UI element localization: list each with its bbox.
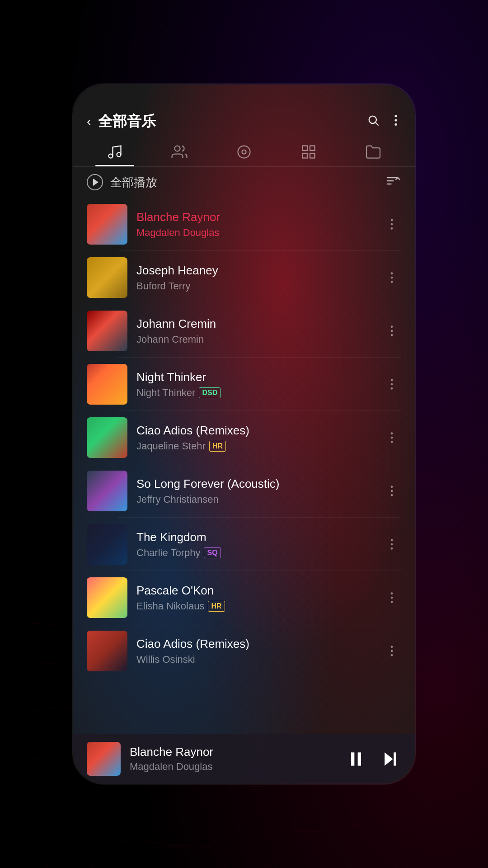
- play-all-bar: 全部播放: [73, 167, 415, 198]
- svg-point-20: [391, 272, 393, 274]
- list-item[interactable]: Johann Cremin Johann Cremin: [73, 304, 415, 358]
- song-title: Johann Cremin: [136, 317, 373, 331]
- phone-screen: ‹ 全部音乐: [73, 85, 415, 783]
- list-item[interactable]: Blanche Raynor Magdalen Douglas: [73, 198, 415, 251]
- page-title: 全部音乐: [98, 112, 367, 132]
- svg-point-31: [391, 441, 393, 443]
- header: ‹ 全部音乐: [73, 107, 415, 138]
- list-item[interactable]: Ciao Adios (Remixes) Willis Osinski: [73, 624, 415, 678]
- song-title: Ciao Adios (Remixes): [136, 424, 373, 438]
- svg-point-28: [391, 387, 393, 390]
- svg-point-29: [391, 432, 393, 434]
- header-icons: [367, 114, 401, 130]
- list-item[interactable]: Joseph Heaney Buford Terry: [73, 251, 415, 304]
- quality-badge: DSD: [199, 387, 221, 398]
- song-thumbnail: [87, 577, 127, 618]
- svg-point-5: [108, 154, 113, 158]
- svg-point-34: [391, 494, 393, 496]
- song-artist: Magdalen Douglas: [136, 227, 373, 239]
- pause-button[interactable]: [346, 749, 366, 769]
- song-info: Johann Cremin Johann Cremin: [136, 317, 373, 345]
- overflow-menu-button[interactable]: [390, 114, 401, 130]
- tab-artists[interactable]: [147, 138, 211, 166]
- now-playing-bar[interactable]: Blanche Raynor Magdalen Douglas: [73, 734, 415, 783]
- song-thumbnail: [87, 364, 127, 405]
- phone-device: ‹ 全部音乐: [72, 84, 416, 784]
- song-artist: Buford Terry: [136, 280, 373, 292]
- song-more-button[interactable]: [382, 640, 401, 662]
- svg-point-36: [391, 543, 393, 546]
- svg-point-35: [391, 539, 393, 541]
- song-more-button[interactable]: [382, 213, 401, 235]
- play-all-label: 全部播放: [110, 175, 386, 190]
- play-all-button[interactable]: [87, 174, 103, 190]
- song-more-button[interactable]: [382, 320, 401, 342]
- list-item[interactable]: The Kingdom Charlie Torphy SQ: [73, 518, 415, 571]
- tab-songs[interactable]: [82, 138, 147, 166]
- svg-line-1: [375, 123, 378, 125]
- list-item[interactable]: Pascale O'Kon Elisha Nikolaus HR: [73, 571, 415, 624]
- song-artist: Charlie Torphy SQ: [136, 547, 373, 559]
- svg-rect-11: [310, 146, 315, 151]
- song-info: Night Thinker Night Thinker DSD: [136, 370, 373, 399]
- song-title: Joseph Heaney: [136, 264, 373, 278]
- svg-rect-12: [303, 153, 308, 158]
- svg-point-37: [391, 547, 393, 550]
- svg-point-6: [117, 153, 121, 157]
- svg-rect-47: [394, 752, 396, 765]
- svg-point-2: [394, 115, 397, 117]
- song-info: Joseph Heaney Buford Terry: [136, 264, 373, 292]
- svg-point-38: [391, 592, 393, 594]
- svg-point-26: [391, 379, 393, 381]
- svg-point-42: [391, 650, 393, 652]
- now-playing-info: Blanche Raynor Magdalen Douglas: [130, 745, 337, 773]
- song-info: Ciao Adios (Remixes) Willis Osinski: [136, 637, 373, 665]
- song-artist: Jeffry Christiansen: [136, 494, 373, 505]
- svg-point-19: [391, 227, 393, 230]
- svg-point-21: [391, 277, 393, 279]
- song-more-button[interactable]: [382, 427, 401, 448]
- svg-point-39: [391, 597, 393, 599]
- svg-marker-46: [385, 752, 393, 765]
- list-item[interactable]: Night Thinker Night Thinker DSD: [73, 358, 415, 411]
- list-item[interactable]: So Long Forever (Acoustic) Jeffry Christ…: [73, 464, 415, 518]
- song-more-button[interactable]: [382, 587, 401, 609]
- svg-point-24: [391, 330, 393, 332]
- svg-point-43: [391, 654, 393, 656]
- song-artist: Willis Osinski: [136, 654, 373, 665]
- playback-controls: [346, 749, 401, 769]
- song-title: Blanche Raynor: [136, 210, 373, 224]
- svg-point-9: [242, 150, 246, 154]
- svg-rect-10: [303, 146, 308, 151]
- song-list: Blanche Raynor Magdalen Douglas Joseph H…: [73, 198, 415, 734]
- song-title: Ciao Adios (Remixes): [136, 637, 373, 651]
- svg-rect-45: [358, 752, 361, 765]
- song-more-button[interactable]: [382, 480, 401, 502]
- song-info: The Kingdom Charlie Torphy SQ: [136, 530, 373, 559]
- tab-grid[interactable]: [277, 138, 341, 166]
- svg-point-22: [391, 281, 393, 283]
- song-title: Night Thinker: [136, 370, 373, 384]
- svg-rect-13: [310, 153, 315, 158]
- back-button[interactable]: ‹: [87, 114, 91, 129]
- list-item[interactable]: Ciao Adios (Remixes) Jaqueline Stehr HR: [73, 411, 415, 464]
- next-button[interactable]: [380, 749, 401, 769]
- song-artist: Johann Cremin: [136, 334, 373, 345]
- song-more-button[interactable]: [382, 373, 401, 395]
- svg-rect-44: [351, 752, 354, 765]
- svg-point-7: [174, 146, 180, 151]
- song-more-button[interactable]: [382, 533, 401, 555]
- svg-point-18: [391, 223, 393, 226]
- tab-albums[interactable]: [211, 138, 276, 166]
- svg-point-41: [391, 646, 393, 648]
- song-thumbnail: [87, 524, 127, 565]
- song-more-button[interactable]: [382, 267, 401, 288]
- song-title: So Long Forever (Acoustic): [136, 477, 373, 491]
- search-button[interactable]: [367, 114, 380, 130]
- tab-folder[interactable]: [341, 138, 406, 166]
- song-artist: Elisha Nikolaus HR: [136, 600, 373, 612]
- status-bar: [73, 85, 415, 107]
- svg-point-8: [238, 146, 250, 158]
- sort-button[interactable]: [386, 175, 401, 190]
- svg-point-23: [391, 326, 393, 328]
